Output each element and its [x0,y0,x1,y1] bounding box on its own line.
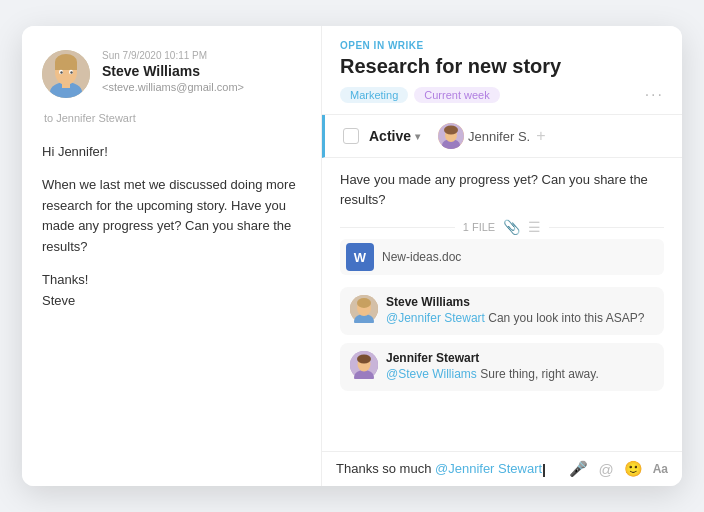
sender-avatar [42,50,90,98]
file-name: New-ideas.doc [382,250,461,264]
comments-section: Steve Williams @Jennifer Stewart Can you… [322,279,682,451]
jennifer-comment-content: Jennifer Stewart @Steve Williams Sure th… [386,351,654,383]
status-checkbox[interactable] [343,128,359,144]
email-content: When we last met we discussed doing more… [42,175,301,258]
jennifer-comment-author: Jennifer Stewart [386,351,654,365]
main-card: Sun 7/9/2020 10:11 PM Steve Williams <st… [22,26,682,486]
tag-marketing[interactable]: Marketing [340,87,408,103]
text-cursor [543,464,545,477]
assignee-avatar [438,123,464,149]
text-format-icon[interactable]: Aa [653,462,668,476]
jennifer-comment-text: @Steve Williams Sure thing, right away. [386,366,654,383]
tags-row: Marketing Current week ··· [340,86,664,104]
svg-point-21 [357,354,371,363]
tag-current-week[interactable]: Current week [414,87,499,103]
emoji-icon[interactable]: 🙂 [624,460,643,478]
file-action-icons: 📎 ☰ [503,219,541,235]
word-file-icon: W [346,243,374,271]
assignee-name: Jennifer S. [468,129,530,144]
to-line: to Jennifer Stewart [44,112,301,124]
compose-mention: @Jennifer Stewart [435,461,542,476]
steve-mention: @Jennifer Stewart [386,311,485,325]
email-panel: Sun 7/9/2020 10:11 PM Steve Williams <st… [22,26,322,486]
file-count-row: 1 FILE 📎 ☰ [340,219,664,235]
task-title: Research for new story [340,55,664,78]
compose-prefix: Thanks so much [336,461,435,476]
jennifer-comment-body: Sure thing, right away. [477,367,599,381]
steve-avatar-small [350,295,378,323]
svg-point-17 [357,298,371,308]
chevron-down-icon: ▾ [415,131,420,142]
email-signoff: Thanks!Steve [42,270,301,312]
microphone-icon[interactable]: 🎤 [569,460,588,478]
svg-point-13 [444,126,458,135]
comment-jennifer: Jennifer Stewart @Steve Williams Sure th… [340,343,664,391]
at-mention-icon[interactable]: @ [598,461,613,478]
status-label: Active [369,128,411,144]
svg-point-9 [70,71,72,73]
divider-right [549,227,664,228]
sender-email: <steve.williams@gmail.com> [102,81,301,93]
more-options-button[interactable]: ··· [645,86,664,104]
svg-rect-5 [55,62,77,70]
jennifer-comment-avatar [350,351,378,379]
divider-left [340,227,455,228]
svg-point-8 [60,71,62,73]
compose-bar: Thanks so much @Jennifer Stewart 🎤 @ 🙂 A… [322,451,682,486]
email-date: Sun 7/9/2020 10:11 PM [102,50,301,61]
steve-comment-author: Steve Williams [386,295,654,309]
compose-toolbar: 🎤 @ 🙂 Aa [569,460,668,478]
jennifer-avatar-svg [438,123,464,149]
task-panel: OPEN IN WRIKE Research for new story Mar… [322,26,682,486]
sender-name: Steve Williams [102,63,301,80]
task-header: OPEN IN WRIKE Research for new story Mar… [322,26,682,115]
jennifer-avatar-small [350,351,378,379]
compose-input[interactable]: Thanks so much @Jennifer Stewart [336,461,561,476]
attach-icon[interactable]: 📎 [503,219,520,235]
email-body: Hi Jennifer! When we last met we discuss… [42,142,301,466]
file-section: 1 FILE 📎 ☰ W New-ideas.doc [322,215,682,279]
email-header: Sun 7/9/2020 10:11 PM Steve Williams <st… [42,50,301,98]
email-greeting: Hi Jennifer! [42,142,301,163]
sender-info: Sun 7/9/2020 10:11 PM Steve Williams <st… [102,50,301,93]
avatar-svg [42,50,90,98]
steve-comment-avatar [350,295,378,323]
open-in-wrike-link[interactable]: OPEN IN WRIKE [340,40,664,51]
assignee-group: Jennifer S. + [438,123,546,149]
file-item[interactable]: W New-ideas.doc [340,239,664,275]
add-assignee-button[interactable]: + [536,127,545,145]
jennifer-mention: @Steve Williams [386,367,477,381]
steve-comment-body: Can you look into this ASAP? [485,311,644,325]
status-bar: Active ▾ Jennifer S. + [322,115,682,158]
status-dropdown[interactable]: Active ▾ [369,128,420,144]
steve-comment-text: @Jennifer Stewart Can you look into this… [386,310,654,327]
task-description: Have you made any progress yet? Can you … [322,158,682,215]
comment-steve: Steve Williams @Jennifer Stewart Can you… [340,287,664,335]
steve-comment-content: Steve Williams @Jennifer Stewart Can you… [386,295,654,327]
file-count: 1 FILE [463,221,495,233]
list-icon[interactable]: ☰ [528,219,541,235]
